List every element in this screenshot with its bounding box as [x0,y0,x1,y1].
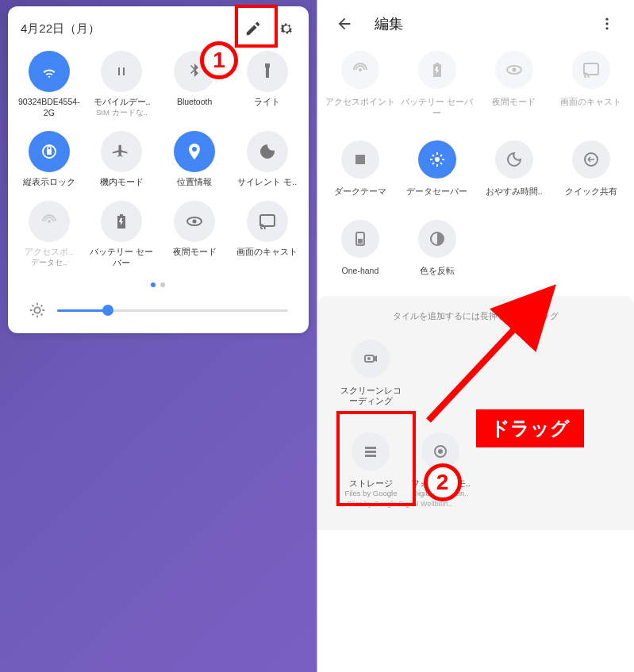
edit-row-3: One-hand色を反転 [317,217,635,296]
location-icon [174,131,215,172]
quick-settings-screen: 4月22日（月） 90324BDE4554-2Gモバイルデー..SIM カードな… [0,0,317,672]
edit-title: 編集 [375,14,578,33]
tile-moon[interactable]: サイレント モ.. [231,126,304,193]
tile-label: サイレント モ.. [237,177,297,188]
tile-label: Bluetooth [177,97,212,108]
tile-label: アクセスポイント [325,97,395,108]
battery-icon [101,201,142,242]
tile-sublabel: データセ.. [31,258,67,267]
tile-bedtime[interactable]: おやすみ時間.. [475,140,552,198]
slider-fill [57,309,108,312]
tile-storage[interactable]: ストレージFiles by Google [336,432,406,498]
tile-label: 色を反転 [420,266,455,277]
brightness-slider[interactable] [57,309,288,312]
back-icon[interactable] [335,14,354,33]
tile-label: おやすみ時間.. [486,186,543,198]
dark-icon [341,140,379,179]
available-tiles-section: タイルを追加するには長押ししてドラッグ スクリーンレコーディング ストレージFi… [317,296,635,530]
tile-eye[interactable]: 夜間モード [158,196,231,273]
drag-hint-text: タイルを追加するには長押ししてドラッグ [336,310,616,322]
bluetooth-icon [174,51,215,92]
eye-icon [174,201,215,242]
qs-tile-grid: 90324BDE4554-2Gモバイルデー..SIM カードな..Bluetoo… [8,46,309,273]
brightness-row [8,287,309,319]
focus-icon [421,432,459,470]
tile-invert[interactable]: 色を反転 [398,220,475,277]
tile-rotate-lock[interactable]: 縦表示ロック [13,126,86,193]
wifi-icon [29,51,70,92]
tile-cast[interactable]: 画面のキャスト [552,51,629,118]
tile-label: 縦表示ロック [23,177,75,188]
tile-label: バッテリー セーバー [398,97,475,118]
tile-eye[interactable]: 夜間モード [475,51,552,118]
brightness-icon [29,301,46,319]
quick-settings-card: 4月22日（月） 90324BDE4554-2Gモバイルデー..SIM カードな… [8,6,309,333]
tile-wifi[interactable]: 90324BDE4554-2G [13,46,86,123]
tile-label: 夜間モード [173,247,217,258]
edit-header: 編集 [317,0,635,48]
slider-thumb[interactable] [102,305,113,316]
one-hand-icon [341,220,379,258]
tile-mobile[interactable]: モバイルデー..SIM カードな.. [86,46,159,123]
available-grid-2: ストレージFiles by Googleフォーカス モ..Digital Wel… [336,432,616,498]
edit-row-2: ダークテーマデータセーバーおやすみ時間..クイック共有 [317,137,635,217]
tile-focus[interactable]: フォーカス モ..Digital Wellbein.. [405,432,475,498]
moon-icon [247,131,288,172]
tile-cast[interactable]: 画面のキャスト [231,196,304,273]
edit-tiles-screen: 編集 アクセスポイントバッテリー セーバー夜間モード画面のキャスト ダークテーマ… [317,0,635,672]
tile-label: クイック共有 [565,186,617,198]
airplane-icon [101,131,142,172]
cast-icon [247,201,288,242]
battery-icon [418,51,456,89]
tile-battery[interactable]: バッテリー セーバー [398,51,475,118]
more-icon[interactable] [597,14,617,33]
record-icon [352,340,390,378]
eye-icon [495,51,533,89]
tile-battery[interactable]: バッテリー セーバー [86,196,159,273]
tile-label: ライト [254,97,280,108]
qs-header: 4月22日（月） [8,14,309,46]
tile-hotspot[interactable]: アクセスポ..データセ.. [13,196,86,273]
bedtime-icon [495,140,533,179]
invert-icon [418,220,456,258]
tile-dark[interactable]: ダークテーマ [322,140,399,198]
settings-gear-icon[interactable] [277,19,296,38]
tile-label: バッテリー セーバー [87,247,156,268]
tile-label: One-hand [342,266,379,277]
mobile-icon [101,51,142,92]
tile-sublabel: Digital Wellbein.. [413,489,469,497]
tile-label: モバイルデー.. [94,97,151,108]
tile-flashlight[interactable]: ライト [231,46,304,123]
tile-label: ダークテーマ [334,186,386,198]
date-label: 4月22日（月） [21,21,100,36]
tile-record[interactable]: スクリーンレコーディング [336,340,406,407]
cast-icon [572,51,610,89]
edit-row-1: アクセスポイントバッテリー セーバー夜間モード画面のキャスト [317,48,635,137]
flashlight-icon [247,51,288,92]
tile-label: スクリーンレコーディング [336,386,406,407]
edit-pencil-icon[interactable] [244,19,263,38]
hotspot-icon [341,51,379,89]
tile-one-hand[interactable]: One-hand [322,220,399,277]
tile-label: アクセスポ.. [25,247,73,258]
tile-data-saver[interactable]: データセーバー [398,140,475,198]
tile-label: データセーバー [406,186,467,198]
tile-label: 画面のキャスト [560,97,621,108]
tile-label: ストレージ [349,478,393,490]
tile-label: 夜間モード [492,97,536,108]
tile-source-label: Files by Google Digital Wellbein.. [336,498,616,509]
data-saver-icon [418,140,456,179]
share-icon [572,140,610,179]
tile-label: フォーカス モ.. [411,478,471,490]
hotspot-icon [29,201,70,242]
tile-label: 機内モード [100,177,144,188]
tile-label: 画面のキャスト [236,247,298,258]
tile-location[interactable]: 位置情報 [158,126,231,193]
tile-label: 90324BDE4554-2G [15,97,83,118]
tile-share[interactable]: クイック共有 [552,140,629,198]
tile-sublabel: SIM カードな.. [96,108,148,117]
tile-airplane[interactable]: 機内モード [86,126,159,193]
tile-hotspot[interactable]: アクセスポイント [322,51,399,118]
qs-header-actions [244,19,296,38]
tile-bluetooth[interactable]: Bluetooth [158,46,231,123]
